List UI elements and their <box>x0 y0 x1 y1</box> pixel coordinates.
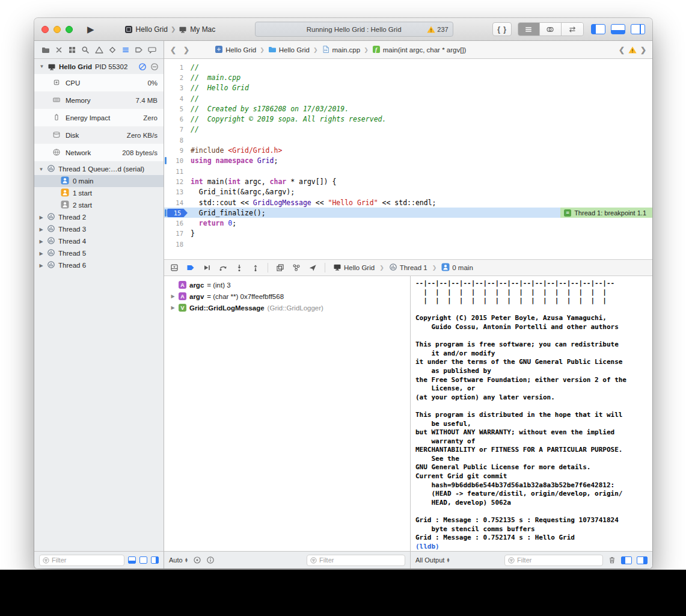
line-number-gutter[interactable]: 1 <box>164 62 191 72</box>
source-editor[interactable]: 1//2// main.cpp3// Hello Grid4//5// Crea… <box>164 59 652 259</box>
line-number-gutter[interactable]: 3 <box>164 83 191 93</box>
project-navigator-icon[interactable] <box>41 46 51 54</box>
symbol-navigator-icon[interactable] <box>67 46 77 54</box>
gauge-row-disk[interactable]: DiskZero KB/s <box>34 126 164 144</box>
debug-breadcrumb-item[interactable]: Hello Grid <box>333 263 375 273</box>
activity-viewer[interactable]: Running Hello Grid : Hello Grid 237 <box>255 22 453 37</box>
thread-row-3[interactable]: ▶Thread 3 <box>34 223 164 235</box>
zoom-window-button[interactable] <box>66 26 73 33</box>
line-number-gutter[interactable]: 4 <box>164 93 191 103</box>
library-button[interactable]: { } <box>492 22 512 36</box>
standard-editor-button[interactable] <box>518 23 540 35</box>
process-row[interactable]: ▼ Hello Grid PID 55302 <box>34 59 164 74</box>
breakpoint-indicator[interactable]: 15 <box>167 209 188 218</box>
line-number-gutter[interactable]: 16 <box>164 218 191 228</box>
gauge-row-network[interactable]: Network208 bytes/s <box>34 144 164 161</box>
navigator-panel-toggle[interactable] <box>591 24 605 34</box>
disclosure-open-icon[interactable]: ▼ <box>39 64 44 69</box>
show-console-view-toggle[interactable] <box>637 556 648 564</box>
variables-filter-field[interactable] <box>307 555 405 566</box>
line-number-gutter[interactable]: 6 <box>164 114 191 124</box>
navigator-filter-input[interactable] <box>52 556 121 564</box>
flatten-stack-toggle-icon[interactable] <box>128 556 136 564</box>
line-number-gutter[interactable]: 17 <box>164 229 191 239</box>
debug-area-panel-toggle[interactable] <box>611 24 625 34</box>
line-number-gutter[interactable]: 12 <box>164 176 191 186</box>
stack-frame-2[interactable]: 2 start <box>34 199 164 211</box>
warning-count-badge[interactable]: 237 <box>427 25 448 34</box>
thread-1-row[interactable]: ▼Thread 1 Queue:…d (serial) <box>34 163 164 175</box>
disclosure-closed-icon[interactable]: ▶ <box>170 294 176 299</box>
disclosure-closed-icon[interactable]: ▶ <box>38 251 44 256</box>
info-icon[interactable] <box>206 556 215 564</box>
breadcrumb-item[interactable]: Hello Grid <box>268 45 310 55</box>
version-editor-button[interactable] <box>562 23 583 35</box>
breakpoint-annotation[interactable]: =Thread 1: breakpoint 1.1 <box>560 208 652 218</box>
memory-graph-icon[interactable] <box>292 263 301 272</box>
breadcrumb-item[interactable]: fmain(int argc, char * argv[]) <box>372 45 467 55</box>
debug-navigator-icon[interactable] <box>121 46 130 54</box>
debug-breadcrumb-item[interactable]: 0 main <box>441 263 473 273</box>
line-number-gutter[interactable]: 18 <box>164 239 191 249</box>
issue-navigator-icon[interactable] <box>94 46 104 54</box>
show-running-threads-toggle-icon[interactable] <box>139 556 147 564</box>
variables-options-icon[interactable] <box>193 556 201 564</box>
gauge-row-energy[interactable]: Energy ImpactZero <box>34 109 164 126</box>
line-number-gutter[interactable]: 9 <box>164 145 191 155</box>
line-number-gutter[interactable]: 2 <box>164 72 191 82</box>
disclosure-closed-icon[interactable]: ▶ <box>38 263 44 268</box>
gauge-row-cpu[interactable]: CPU0% <box>34 74 164 91</box>
hide-debug-area-icon[interactable] <box>170 263 179 272</box>
find-navigator-icon[interactable] <box>81 46 90 54</box>
line-number-gutter[interactable]: 7 <box>164 125 191 135</box>
disclosure-closed-icon[interactable]: ▶ <box>38 227 44 232</box>
next-issue-button[interactable]: ❯ <box>640 46 646 54</box>
inspector-panel-toggle[interactable] <box>631 24 645 34</box>
issue-warning-icon[interactable] <box>628 46 637 54</box>
variable-row-0[interactable]: Aargc= (int) 3 <box>164 279 410 291</box>
line-number-gutter[interactable]: 8 <box>164 135 191 145</box>
pause-debugger-icon[interactable] <box>138 63 147 71</box>
console-scope-popup[interactable]: All Output ▲▼ <box>415 556 450 564</box>
process-options-icon[interactable] <box>150 63 159 71</box>
variables-filter-input[interactable] <box>319 556 402 564</box>
line-number-gutter[interactable]: 11 <box>164 166 191 176</box>
test-navigator-icon[interactable] <box>108 46 117 54</box>
minimize-window-button[interactable] <box>54 26 61 33</box>
disclosure-closed-icon[interactable]: ▶ <box>170 305 176 310</box>
console-filter-input[interactable] <box>517 556 599 564</box>
thread-row-2[interactable]: ▶Thread 2 <box>34 211 164 223</box>
debug-breadcrumb-item[interactable]: Thread 1 <box>389 263 427 273</box>
line-number-gutter[interactable]: 5 <box>164 103 191 114</box>
scheme-selector[interactable]: Hello Grid ❯ My Mac <box>124 25 216 34</box>
close-window-button[interactable] <box>41 26 49 33</box>
line-number-gutter[interactable]: 14 <box>164 197 191 208</box>
show-variables-view-toggle[interactable] <box>621 556 632 564</box>
titlebar[interactable]: ▶ Hello Grid ❯ My Mac Running Hello Grid… <box>34 18 652 41</box>
variable-row-2[interactable]: ▶VGrid::GridLogMessage(Grid::GridLogger) <box>164 302 410 313</box>
stack-frame-1[interactable]: 1 start <box>34 187 164 199</box>
forward-button[interactable]: ❯ <box>183 46 189 54</box>
clear-console-icon[interactable] <box>608 556 616 564</box>
variables-scope-popup[interactable]: Auto ▲▼ <box>169 556 188 564</box>
variable-row-1[interactable]: ▶Aargv= (char **) 0x7ffeefbff568 <box>164 291 410 302</box>
simulate-location-icon[interactable] <box>308 263 317 272</box>
continue-icon[interactable] <box>203 263 211 272</box>
assistant-editor-button[interactable] <box>540 23 562 35</box>
breakpoint-navigator-icon[interactable] <box>134 46 144 54</box>
step-out-icon[interactable] <box>251 263 260 272</box>
stack-frame-0[interactable]: 0 main <box>34 175 164 187</box>
back-button[interactable]: ❮ <box>170 46 176 54</box>
step-over-icon[interactable] <box>219 263 227 272</box>
thread-row-6[interactable]: ▶Thread 6 <box>34 259 164 271</box>
line-number-gutter[interactable]: 10 <box>164 156 191 166</box>
lldb-prompt[interactable]: (lldb) <box>415 543 648 551</box>
disclosure-closed-icon[interactable]: ▶ <box>38 215 44 220</box>
disclosure-open-icon[interactable]: ▼ <box>38 167 44 172</box>
thread-row-4[interactable]: ▶Thread 4 <box>34 235 164 247</box>
thread-row-5[interactable]: ▶Thread 5 <box>34 247 164 259</box>
console-output[interactable]: --|--|--|--|--|--|--|--|--|--|--|--|--|-… <box>411 276 652 551</box>
breakpoints-enabled-icon[interactable] <box>186 263 195 272</box>
line-number-gutter[interactable]: 13 <box>164 187 191 197</box>
gauge-row-memory[interactable]: Memory7.4 MB <box>34 91 164 109</box>
